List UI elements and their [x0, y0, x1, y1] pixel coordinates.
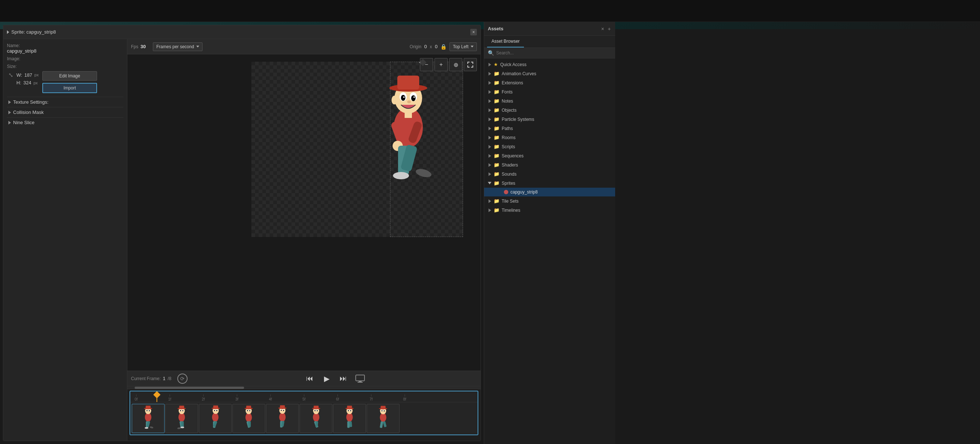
timeline-frame-0[interactable]	[132, 404, 165, 433]
collapse-icon	[7, 30, 9, 34]
sidebar-item-timelines[interactable]: 📁 Timelines	[484, 206, 615, 215]
canvas-toolbar: Fps 30 Frames per second Origin 0 x 0 🔒	[127, 39, 480, 54]
sidebar-item-scripts[interactable]: 📁 Scripts	[484, 142, 615, 151]
sidebar-item-objects[interactable]: 📁 Objects	[484, 105, 615, 115]
svg-point-11	[407, 101, 411, 103]
image-row: Image:	[7, 56, 123, 61]
folder-icon: 📁	[494, 171, 500, 177]
properties-panel: Name: capguy_strip8 Image: Size: ⤡ W: 18…	[3, 39, 127, 441]
name-value: capguy_strip8	[7, 48, 123, 54]
height-px: px	[33, 81, 38, 85]
sprite-editor-title: Sprite: capguy_strip8	[11, 29, 56, 35]
sidebar-item-extensions[interactable]: 📁 Extensions	[484, 78, 615, 87]
canvas-viewport[interactable]: − + ⊕	[127, 54, 480, 371]
timeline-frame-3[interactable]	[232, 404, 265, 433]
origin-dropdown-arrow-icon	[471, 46, 474, 48]
height-label: H:	[16, 80, 21, 85]
sidebar-item-shaders[interactable]: 📁 Shaders	[484, 160, 615, 169]
width-value: 187	[24, 72, 32, 78]
texture-settings-row[interactable]: Texture Settings:	[7, 97, 123, 107]
sidebar-item-sounds[interactable]: 📁 Sounds	[484, 169, 615, 179]
animation-curves-label: Animation Curves	[502, 71, 536, 76]
assets-close-button[interactable]: ×	[601, 25, 605, 32]
svg-point-54	[181, 426, 184, 428]
skip-end-button[interactable]: ⏭	[337, 372, 350, 385]
preview-button[interactable]	[353, 372, 367, 385]
sprites-arrow	[488, 182, 492, 184]
timeline-frame-2[interactable]	[199, 404, 232, 433]
size-row: Size:	[7, 64, 123, 69]
svg-rect-27	[473, 65, 473, 67]
timeline-scroll-thumb[interactable]	[135, 387, 244, 389]
svg-point-61	[214, 410, 215, 411]
play-button[interactable]: ▶	[320, 372, 333, 385]
sidebar-item-fonts[interactable]: 📁 Fonts	[484, 87, 615, 96]
timeline-frame-7[interactable]	[367, 404, 399, 433]
sidebar-item-capguy-strip8[interactable]: capguy_strip8	[484, 188, 615, 196]
assets-add-button[interactable]: +	[607, 25, 611, 32]
sidebar-item-quick-access[interactable]: ★ Quick Access	[484, 60, 615, 69]
zoom-fit-button[interactable]	[464, 58, 477, 71]
sidebar-item-sprites[interactable]: 📁 Sprites	[484, 179, 615, 188]
collision-mask-row[interactable]: Collision Mask	[7, 107, 123, 117]
origin-group: Origin 0 x 0 🔒 Top Left	[410, 42, 477, 51]
skip-start-button[interactable]: ⏮	[303, 372, 316, 385]
objects-arrow	[488, 109, 491, 112]
zoom-out-button[interactable]: −	[420, 58, 433, 71]
zoom-reset-button[interactable]: ⊕	[449, 58, 462, 71]
svg-point-42	[150, 426, 154, 429]
folder-icon: 📁	[494, 71, 500, 76]
sidebar-item-sequences[interactable]: 📁 Sequences	[484, 151, 615, 160]
sidebar-item-paths[interactable]: 📁 Paths	[484, 124, 615, 133]
import-button[interactable]: Import	[42, 83, 97, 93]
timeline-frame-1[interactable]	[165, 404, 198, 433]
sidebar-item-notes[interactable]: 📁 Notes	[484, 96, 615, 105]
assets-header-buttons: × +	[601, 25, 611, 32]
svg-point-53	[177, 427, 181, 430]
resize-icon: ⤡	[7, 71, 14, 78]
sidebar-item-animation-curves[interactable]: 📁 Animation Curves	[484, 69, 615, 78]
svg-rect-25	[468, 65, 468, 67]
sidebar-item-tile-sets[interactable]: 📁 Tile Sets	[484, 196, 615, 206]
particle-systems-arrow	[488, 118, 491, 121]
notes-arrow	[488, 99, 491, 103]
particle-systems-label: Particle Systems	[502, 117, 534, 122]
timeline-frames-container: 0f1f2f3f4f5f6f7f8f	[129, 391, 478, 435]
x-separator: x	[430, 44, 432, 49]
sidebar-item-rooms[interactable]: 📁 Rooms	[484, 133, 615, 142]
fps-value: 30	[140, 44, 146, 49]
loop-button[interactable]: ⟳	[177, 374, 188, 384]
sprite-editor-close-button[interactable]: ×	[470, 29, 477, 35]
origin-position-dropdown[interactable]: Top Left	[450, 42, 477, 51]
tab-asset-browser[interactable]: Asset Browser	[487, 36, 524, 48]
sidebar-item-particle-systems[interactable]: 📁 Particle Systems	[484, 115, 615, 124]
width-row: ⤡ W: 187 px	[7, 71, 39, 78]
timeline-frame-5[interactable]	[299, 404, 332, 433]
svg-point-9	[414, 96, 415, 98]
origin-label: Origin	[410, 44, 422, 49]
image-label: Image:	[7, 56, 21, 61]
frame-info: Current Frame: 1 /8	[131, 376, 172, 381]
timeline-scrollbar[interactable]	[127, 386, 480, 389]
shaders-arrow	[488, 163, 491, 167]
svg-rect-12	[405, 112, 412, 118]
zoom-in-button[interactable]: +	[434, 58, 448, 71]
nine-slice-row[interactable]: Nine Slice	[7, 117, 123, 128]
search-input[interactable]	[496, 50, 611, 56]
timeline-frame-4[interactable]	[266, 404, 299, 433]
timeline-frames-strip	[130, 402, 477, 434]
current-frame-label: Current Frame:	[131, 376, 161, 381]
frames-per-second-dropdown[interactable]: Frames per second	[153, 42, 202, 51]
svg-point-82	[283, 410, 284, 411]
edit-image-button[interactable]: Edit Image	[42, 71, 97, 81]
zoom-controls: − + ⊕	[420, 58, 477, 71]
timeline-frame-6[interactable]	[333, 404, 366, 433]
notes-label: Notes	[502, 99, 513, 104]
assets-panel: Assets × + Asset Browser 🔍 ★ Quick Acces…	[484, 22, 615, 444]
svg-point-18	[393, 172, 409, 179]
svg-point-65	[245, 413, 252, 422]
folder-icon: 📁	[494, 135, 500, 140]
ruler-mark-6: 6f	[336, 394, 339, 401]
ruler-mark-7: 7f	[370, 394, 372, 401]
animation-curves-arrow	[488, 72, 491, 75]
